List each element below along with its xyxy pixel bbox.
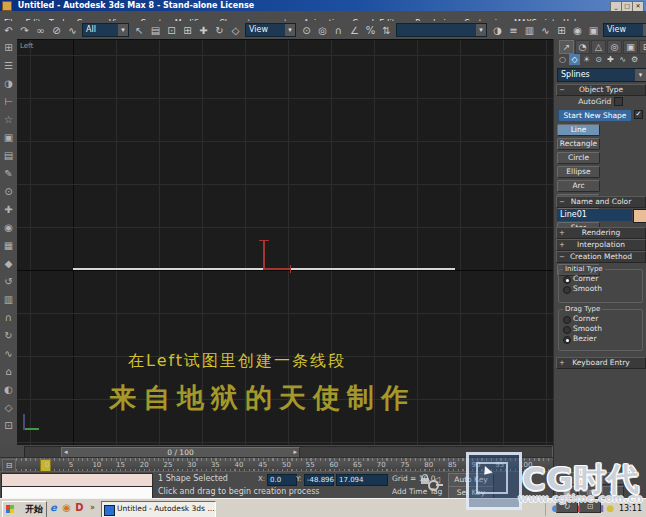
schematic-view-icon[interactable]: ⊞	[554, 23, 569, 38]
rollout-creation-method[interactable]: − Creation Method	[556, 251, 646, 263]
bind-to-space-warp-icon[interactable]: ∿	[65, 23, 80, 38]
key-mode-icon[interactable]	[428, 480, 439, 491]
rollout-object-type[interactable]: − Object Type	[556, 84, 646, 96]
left-toolbar-icon-2[interactable]: ☰	[0, 57, 17, 75]
angle-snap-icon[interactable]: ∠	[347, 23, 362, 38]
align-icon[interactable]: ≡	[506, 23, 521, 38]
object-type-line-button[interactable]: Line	[557, 124, 600, 136]
category-space-warps-icon[interactable]: ∿	[617, 54, 628, 65]
left-toolbar-icon-15[interactable]: ▥	[0, 291, 17, 309]
quick-launch-chevron[interactable]: »	[90, 503, 95, 512]
select-and-manipulate-icon[interactable]: ◎	[315, 23, 330, 38]
object-type-ellipse-button[interactable]: Ellipse	[557, 166, 600, 178]
category-geometry-icon[interactable]: ○	[557, 54, 568, 65]
use-pivot-center-icon[interactable]: ⊙	[299, 23, 314, 38]
ie-icon[interactable]: e	[47, 501, 60, 515]
named-selection-sets-dropdown[interactable]	[396, 23, 487, 37]
curve-editor-icon[interactable]: ∿	[538, 23, 553, 38]
left-toolbar-icon-13[interactable]: ◆	[0, 255, 17, 273]
left-toolbar-icon-7[interactable]: ▤	[0, 147, 17, 165]
left-toolbar-icon-1[interactable]: ⊞	[0, 39, 17, 57]
zoom-icon[interactable]: ⊕	[556, 472, 578, 485]
select-and-move-icon[interactable]: ✚	[196, 23, 211, 38]
select-and-rotate-icon[interactable]: ↻	[212, 23, 227, 38]
tray-icon-6[interactable]: ●	[605, 501, 616, 516]
maxscript-mini-listener[interactable]	[1, 473, 153, 487]
select-object-icon[interactable]: ↖	[132, 23, 147, 38]
selection-filter-dropdown[interactable]: All	[82, 23, 129, 37]
zoom-extents-icon[interactable]: ⊠	[602, 472, 624, 485]
download-tool-icon[interactable]: D	[73, 501, 86, 515]
object-color-swatch[interactable]	[633, 209, 646, 223]
redo-icon[interactable]: ↷	[17, 23, 32, 38]
frame-back-arrow[interactable]: ◂	[64, 448, 68, 457]
left-toolbar-icon-4[interactable]: ⊢	[0, 93, 17, 111]
undo-icon[interactable]: ↶	[1, 23, 16, 38]
rollout-interpolation[interactable]: + Interpolation	[556, 239, 646, 251]
object-type-rectangle-button[interactable]: Rectangle	[557, 138, 600, 150]
left-toolbar-icon-21[interactable]: ◇	[0, 399, 17, 417]
tab-utilities-icon[interactable]: ⊟	[639, 40, 646, 54]
x-coord-field[interactable]: 0.0	[267, 474, 297, 486]
render-type-dropdown[interactable]: View	[603, 23, 646, 37]
frame-ruler[interactable]: 0510152025303540455055606570758085909510…	[16, 458, 553, 472]
radio-drag-type-bezier[interactable]: Bezier	[559, 334, 642, 344]
select-and-link-icon[interactable]: ∞	[33, 23, 48, 38]
tab-create-icon[interactable]: ↗	[559, 40, 574, 54]
render-scene-icon[interactable]: ▣	[586, 23, 601, 38]
left-toolbar-icon-8[interactable]: ✎	[0, 165, 17, 183]
tab-motion-icon[interactable]: ◎	[607, 40, 622, 54]
category-helpers-icon[interactable]: ✚	[605, 54, 616, 65]
tab-display-icon[interactable]: ▣	[623, 40, 638, 54]
left-toolbar-icon-17[interactable]: ↻	[0, 327, 17, 345]
category-lights-icon[interactable]: ☀	[581, 54, 592, 65]
left-toolbar-icon-12[interactable]: ▦	[0, 237, 17, 255]
pan-icon[interactable]: ✚	[602, 486, 624, 499]
radio-initial-type-smooth[interactable]: Smooth	[559, 284, 642, 294]
left-toolbar-icon-22[interactable]: ⊡	[0, 417, 17, 435]
rollout-rendering[interactable]: + Rendering	[556, 227, 646, 239]
rectangular-selection-region-icon[interactable]: ⊡	[164, 23, 179, 38]
zoom-extents-all-icon[interactable]: ▦	[556, 486, 578, 499]
arc-rotate-icon[interactable]: ↻	[556, 500, 578, 513]
category-systems-icon[interactable]: ⚙	[629, 54, 640, 65]
rollout-name-and-color[interactable]: − Name and Color	[556, 196, 646, 208]
mirror-icon[interactable]: ◑	[490, 23, 505, 38]
tab-hierarchy-icon[interactable]: △	[591, 40, 606, 54]
select-and-scale-icon[interactable]: ◇	[228, 23, 243, 38]
left-toolbar-icon-10[interactable]: ✚	[0, 201, 17, 219]
material-editor-icon[interactable]: ◉	[570, 23, 585, 38]
radio-drag-type-smooth[interactable]: Smooth	[559, 324, 642, 334]
y-coord-field[interactable]: -48.896	[304, 474, 334, 486]
spline-type-dropdown[interactable]: Splines	[557, 68, 646, 82]
object-type-arc-button[interactable]: Arc	[557, 180, 600, 192]
unlink-selection-icon[interactable]: ⊘	[49, 23, 64, 38]
window-crossing-icon[interactable]: ⊞	[180, 23, 195, 38]
frame-forward-arrow[interactable]: ▸	[293, 448, 297, 457]
left-toolbar-icon-18[interactable]: ∿	[0, 345, 17, 363]
autogrid-checkbox[interactable]	[614, 97, 623, 106]
left-toolbar-icon-20[interactable]: ◐	[0, 381, 17, 399]
percent-snap-icon[interactable]: %	[363, 23, 378, 38]
left-toolbar-icon-6[interactable]: ▣	[0, 129, 17, 147]
left-toolbar-icon-16[interactable]: ∩	[0, 309, 17, 327]
spinner-snap-icon[interactable]: ⇅	[379, 23, 394, 38]
category-shapes-icon[interactable]: ◇	[569, 54, 580, 65]
left-toolbar-icon-14[interactable]: ↺	[0, 273, 17, 291]
category-cameras-icon[interactable]: ⊙	[593, 54, 604, 65]
object-type-circle-button[interactable]: Circle	[557, 152, 600, 164]
start-new-shape-checkbox[interactable]: ✓	[634, 110, 643, 119]
z-coord-field[interactable]: 17.094	[336, 474, 388, 486]
min-max-toggle-icon[interactable]: ⊡	[579, 500, 601, 513]
radio-drag-type-corner[interactable]: Corner	[559, 314, 642, 324]
reference-coordinate-system-dropdown[interactable]: View	[245, 23, 296, 37]
auto-key-button[interactable]: Auto Key	[448, 473, 494, 487]
start-new-shape-button[interactable]: Start New Shape	[558, 109, 632, 122]
taskbar-task-button[interactable]: Untitled - Autodesk 3ds ...	[101, 501, 216, 517]
select-by-name-icon[interactable]: ▤	[148, 23, 163, 38]
media-player-icon[interactable]: ◉	[60, 501, 73, 515]
layer-manager-icon[interactable]: ▥	[522, 23, 537, 38]
zoom-all-icon[interactable]: ⊛	[579, 472, 601, 485]
viewport-left[interactable]: Left 在Left试图里创建一条线段 来自地狱的天使制作	[17, 39, 553, 446]
start-button[interactable]: 开始	[2, 501, 47, 517]
